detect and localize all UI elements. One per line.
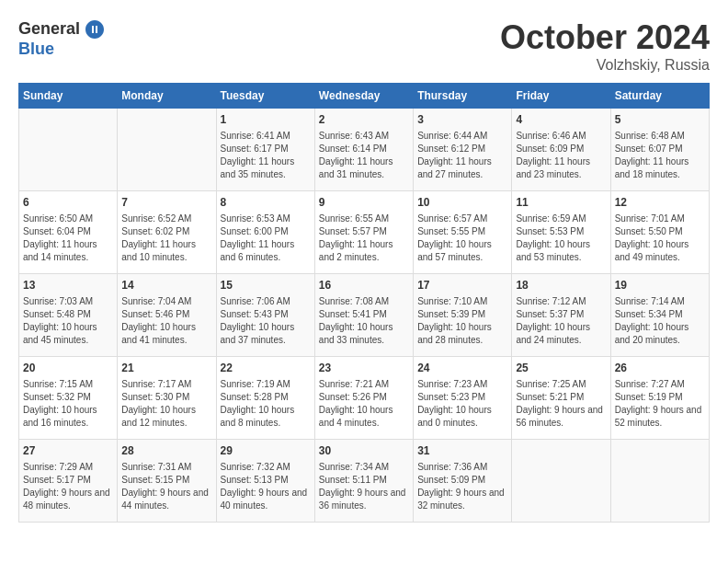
calendar-cell: 26Sunrise: 7:27 AM Sunset: 5:19 PM Dayli… [610, 357, 709, 440]
calendar-body: 1Sunrise: 6:41 AM Sunset: 6:17 PM Daylig… [19, 109, 710, 523]
day-number: 17 [417, 278, 507, 293]
calendar-cell: 3Sunrise: 6:44 AM Sunset: 6:12 PM Daylig… [414, 109, 512, 191]
day-info: Sunrise: 7:15 AM Sunset: 5:32 PM Dayligh… [23, 378, 113, 430]
weekday-header-sunday: Sunday [19, 84, 118, 109]
day-number: 7 [121, 195, 211, 211]
logo-icon [84, 18, 106, 40]
day-number: 2 [319, 112, 409, 128]
day-number: 27 [23, 443, 113, 459]
calendar-cell: 29Sunrise: 7:32 AM Sunset: 5:13 PM Dayli… [216, 440, 314, 523]
day-number: 19 [615, 278, 705, 293]
calendar-cell: 19Sunrise: 7:14 AM Sunset: 5:34 PM Dayli… [610, 274, 709, 357]
calendar-cell: 21Sunrise: 7:17 AM Sunset: 5:30 PM Dayli… [118, 357, 216, 440]
logo-blue-text: Blue [18, 40, 106, 59]
day-number: 16 [319, 278, 409, 293]
weekday-header-monday: Monday [118, 84, 216, 109]
calendar-cell: 10Sunrise: 6:57 AM Sunset: 5:55 PM Dayli… [414, 191, 512, 274]
location-text: Volzhskiy, Russia [500, 57, 710, 74]
calendar-week-3: 13Sunrise: 7:03 AM Sunset: 5:48 PM Dayli… [19, 274, 710, 357]
weekday-header-wednesday: Wednesday [314, 84, 413, 109]
day-info: Sunrise: 7:10 AM Sunset: 5:39 PM Dayligh… [417, 295, 507, 347]
day-info: Sunrise: 7:36 AM Sunset: 5:09 PM Dayligh… [417, 461, 507, 512]
calendar-cell: 2Sunrise: 6:43 AM Sunset: 6:14 PM Daylig… [314, 109, 413, 191]
day-info: Sunrise: 7:06 AM Sunset: 5:43 PM Dayligh… [221, 295, 311, 347]
day-info: Sunrise: 6:41 AM Sunset: 6:17 PM Dayligh… [221, 130, 311, 181]
calendar-cell: 17Sunrise: 7:10 AM Sunset: 5:39 PM Dayli… [414, 274, 512, 357]
weekday-header-tuesday: Tuesday [216, 84, 314, 109]
day-info: Sunrise: 6:53 AM Sunset: 6:00 PM Dayligh… [221, 213, 311, 264]
calendar-week-2: 6Sunrise: 6:50 AM Sunset: 6:04 PM Daylig… [19, 191, 710, 274]
month-title: October 2024 [500, 18, 710, 57]
weekday-header-saturday: Saturday [610, 84, 709, 109]
calendar-week-5: 27Sunrise: 7:29 AM Sunset: 5:17 PM Dayli… [19, 440, 710, 523]
calendar-cell: 22Sunrise: 7:19 AM Sunset: 5:28 PM Dayli… [216, 357, 314, 440]
day-number: 18 [516, 278, 606, 293]
day-number: 12 [615, 195, 705, 211]
calendar-cell [610, 440, 709, 523]
day-info: Sunrise: 7:23 AM Sunset: 5:23 PM Dayligh… [417, 378, 507, 430]
day-number: 26 [615, 361, 705, 376]
calendar-cell: 4Sunrise: 6:46 AM Sunset: 6:09 PM Daylig… [512, 109, 610, 191]
day-number: 22 [221, 361, 311, 376]
calendar-cell: 23Sunrise: 7:21 AM Sunset: 5:26 PM Dayli… [314, 357, 413, 440]
day-info: Sunrise: 7:31 AM Sunset: 5:15 PM Dayligh… [121, 461, 211, 512]
calendar-cell: 12Sunrise: 7:01 AM Sunset: 5:50 PM Dayli… [610, 191, 709, 274]
calendar-cell: 24Sunrise: 7:23 AM Sunset: 5:23 PM Dayli… [414, 357, 512, 440]
calendar-week-1: 1Sunrise: 6:41 AM Sunset: 6:17 PM Daylig… [19, 109, 710, 191]
calendar-cell [512, 440, 610, 523]
day-number: 10 [417, 195, 507, 211]
day-info: Sunrise: 7:25 AM Sunset: 5:21 PM Dayligh… [516, 378, 606, 430]
calendar-cell: 5Sunrise: 6:48 AM Sunset: 6:07 PM Daylig… [610, 109, 709, 191]
day-info: Sunrise: 6:55 AM Sunset: 5:57 PM Dayligh… [319, 213, 409, 264]
calendar-week-4: 20Sunrise: 7:15 AM Sunset: 5:32 PM Dayli… [19, 357, 710, 440]
day-number: 21 [121, 361, 211, 376]
logo-general-text: General [18, 20, 80, 39]
day-number: 1 [221, 112, 311, 128]
day-number: 4 [516, 112, 606, 128]
weekday-row: SundayMondayTuesdayWednesdayThursdayFrid… [19, 84, 710, 109]
day-number: 15 [221, 278, 311, 293]
day-number: 24 [417, 361, 507, 376]
calendar-cell: 25Sunrise: 7:25 AM Sunset: 5:21 PM Dayli… [512, 357, 610, 440]
day-info: Sunrise: 7:19 AM Sunset: 5:28 PM Dayligh… [221, 378, 311, 430]
day-info: Sunrise: 6:59 AM Sunset: 5:53 PM Dayligh… [516, 213, 606, 264]
day-number: 14 [121, 278, 211, 293]
calendar-cell: 20Sunrise: 7:15 AM Sunset: 5:32 PM Dayli… [19, 357, 118, 440]
day-info: Sunrise: 6:50 AM Sunset: 6:04 PM Dayligh… [23, 213, 113, 264]
day-info: Sunrise: 7:27 AM Sunset: 5:19 PM Dayligh… [615, 378, 705, 430]
calendar-cell: 15Sunrise: 7:06 AM Sunset: 5:43 PM Dayli… [216, 274, 314, 357]
day-info: Sunrise: 6:57 AM Sunset: 5:55 PM Dayligh… [417, 213, 507, 264]
day-info: Sunrise: 6:52 AM Sunset: 6:02 PM Dayligh… [121, 213, 211, 264]
calendar-cell: 31Sunrise: 7:36 AM Sunset: 5:09 PM Dayli… [414, 440, 512, 523]
calendar-cell: 18Sunrise: 7:12 AM Sunset: 5:37 PM Dayli… [512, 274, 610, 357]
day-number: 29 [221, 443, 311, 459]
day-number: 30 [319, 443, 409, 459]
day-info: Sunrise: 7:29 AM Sunset: 5:17 PM Dayligh… [23, 461, 113, 512]
calendar-cell [118, 109, 216, 191]
day-info: Sunrise: 6:43 AM Sunset: 6:14 PM Dayligh… [319, 130, 409, 181]
day-number: 13 [23, 278, 113, 293]
day-info: Sunrise: 7:12 AM Sunset: 5:37 PM Dayligh… [516, 295, 606, 347]
day-number: 25 [516, 361, 606, 376]
day-info: Sunrise: 7:17 AM Sunset: 5:30 PM Dayligh… [121, 378, 211, 430]
day-info: Sunrise: 7:21 AM Sunset: 5:26 PM Dayligh… [319, 378, 409, 430]
day-info: Sunrise: 6:48 AM Sunset: 6:07 PM Dayligh… [615, 130, 705, 181]
day-number: 23 [319, 361, 409, 376]
calendar-cell: 14Sunrise: 7:04 AM Sunset: 5:46 PM Dayli… [118, 274, 216, 357]
day-info: Sunrise: 7:04 AM Sunset: 5:46 PM Dayligh… [121, 295, 211, 347]
day-number: 8 [221, 195, 311, 211]
day-number: 3 [417, 112, 507, 128]
calendar-cell: 9Sunrise: 6:55 AM Sunset: 5:57 PM Daylig… [314, 191, 413, 274]
day-info: Sunrise: 7:32 AM Sunset: 5:13 PM Dayligh… [221, 461, 311, 512]
calendar-cell [19, 109, 118, 191]
day-number: 11 [516, 195, 606, 211]
title-section: October 2024 Volzhskiy, Russia [500, 18, 710, 74]
day-info: Sunrise: 7:08 AM Sunset: 5:41 PM Dayligh… [319, 295, 409, 347]
calendar-cell: 13Sunrise: 7:03 AM Sunset: 5:48 PM Dayli… [19, 274, 118, 357]
calendar-cell: 6Sunrise: 6:50 AM Sunset: 6:04 PM Daylig… [19, 191, 118, 274]
day-info: Sunrise: 7:01 AM Sunset: 5:50 PM Dayligh… [615, 213, 705, 264]
day-number: 28 [121, 443, 211, 459]
calendar-cell: 30Sunrise: 7:34 AM Sunset: 5:11 PM Dayli… [314, 440, 413, 523]
calendar-cell: 27Sunrise: 7:29 AM Sunset: 5:17 PM Dayli… [19, 440, 118, 523]
logo: General Blue [18, 18, 106, 59]
